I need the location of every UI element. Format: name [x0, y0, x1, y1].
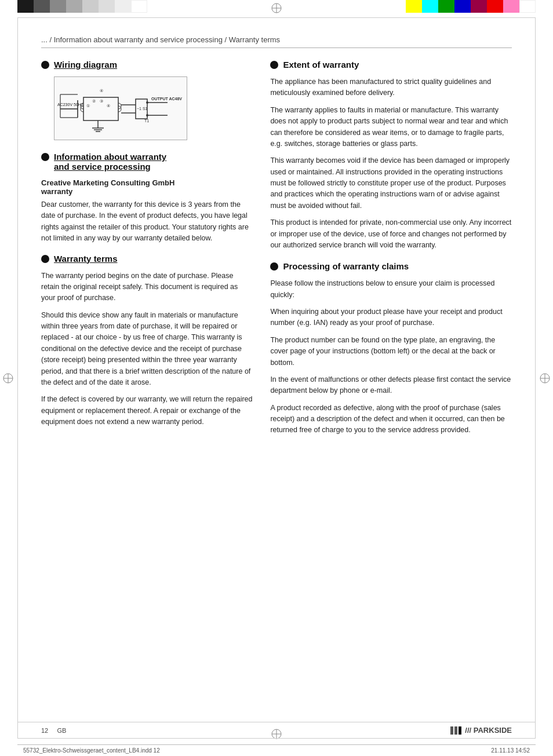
svg-text:④: ④	[100, 89, 103, 93]
processing-para5: A product recorded as defective, along w…	[270, 403, 512, 436]
processing-title: Processing of warranty claims	[283, 261, 409, 271]
warranty-terms-para2: Should this device show any fault in mat…	[41, 310, 253, 389]
processing-section: Processing of warranty claims Please fol…	[270, 261, 512, 436]
bullet-icon-warranty	[41, 255, 49, 263]
crosshair-top	[271, 2, 282, 14]
svg-text:④: ④	[107, 104, 110, 108]
right-column: Extent of warranty The appliance has bee…	[270, 60, 512, 442]
warranty-terms-para3: If the defect is covered by our warranty…	[41, 394, 253, 428]
processing-para3: The product number can be found on the t…	[270, 335, 512, 368]
svg-text:OUTPUT AC48V: OUTPUT AC48V	[151, 97, 182, 101]
left-column: Wiring diagram AC230V 50Hz	[41, 60, 253, 442]
information-title: Information about warrantyand service pr…	[54, 152, 166, 171]
color-bar-right	[406, 0, 536, 13]
subsection-title: Creative Marketing Consulting GmbH warra…	[41, 178, 253, 196]
wiring-diagram: AC230V 50Hz ① ② ③ ④	[54, 76, 187, 140]
language-label: GB	[57, 727, 67, 734]
bullet-icon-extent	[270, 61, 278, 69]
bullet-icon-processing	[270, 262, 278, 271]
information-body: Dear customer, the warranty for this dev…	[41, 199, 253, 244]
page-header: ... / Information about warranty and ser…	[41, 35, 512, 48]
information-section-header: Information about warrantyand service pr…	[41, 152, 253, 171]
page-number-label: 12 GB	[41, 727, 66, 734]
svg-text:②: ②	[92, 99, 96, 103]
warranty-terms-para1: The warranty period begins on the date o…	[41, 271, 253, 304]
svg-text:~1 S1: ~1 S1	[137, 107, 148, 111]
warranty-terms-section: Warranty terms The warranty period begin…	[41, 254, 253, 428]
svg-text:T1: T1	[144, 119, 149, 123]
svg-text:AC230V 50Hz: AC230V 50Hz	[57, 103, 83, 107]
content-area: ... / Information about warranty and ser…	[18, 18, 535, 454]
file-info: 55732_Elektro-Schweissgeraet_content_LB4…	[23, 747, 160, 754]
page-area: ... / Information about warranty and ser…	[17, 17, 536, 739]
crosshair-right	[539, 372, 551, 384]
warranty-terms-header: Warranty terms	[41, 254, 253, 264]
page-number: 12	[41, 727, 48, 734]
svg-point-33	[146, 114, 148, 116]
extent-para2: The warranty applies to faults in materi…	[270, 105, 512, 150]
extent-of-warranty-section: Extent of warranty The appliance has bee…	[270, 60, 512, 251]
extent-of-warranty-title: Extent of warranty	[283, 60, 359, 70]
warranty-terms-title: Warranty terms	[54, 254, 117, 264]
bullet-icon-info	[41, 153, 49, 161]
processing-header: Processing of warranty claims	[270, 261, 512, 271]
svg-point-32	[146, 101, 148, 104]
logo-stripes	[450, 726, 461, 735]
extent-para3: This warranty becomes void if the device…	[270, 155, 512, 211]
date-info: 21.11.13 14:52	[491, 747, 530, 754]
svg-text:①: ①	[86, 104, 90, 108]
extent-of-warranty-header: Extent of warranty	[270, 60, 512, 70]
breadcrumb: ... / Information about warranty and ser…	[41, 35, 280, 44]
wiring-diagram-title: Wiring diagram	[54, 60, 117, 70]
crosshair-left	[2, 372, 14, 384]
color-bar-left	[17, 0, 147, 13]
page-footer: 12 GB /// PARKSIDE	[18, 722, 535, 738]
processing-para1: Please follow the instructions below to …	[270, 278, 512, 301]
wiring-diagram-section-header: Wiring diagram	[41, 60, 253, 70]
bullet-icon	[41, 61, 49, 69]
information-section: Information about warrantyand service pr…	[41, 152, 253, 244]
processing-para2: When inquiring about your product please…	[270, 306, 512, 329]
processing-para4: In the event of malfunctions or other de…	[270, 374, 512, 397]
logo-text: /// PARKSIDE	[465, 726, 512, 735]
bottom-info-bar: 55732_Elektro-Schweissgeraet_content_LB4…	[17, 744, 536, 756]
parkside-logo: /// PARKSIDE	[450, 726, 512, 735]
extent-para4: This product is intended for private, no…	[270, 217, 512, 251]
svg-text:③: ③	[100, 99, 103, 103]
two-column-layout: Wiring diagram AC230V 50Hz	[41, 60, 512, 442]
extent-para1: The appliance has been manufactured to s…	[270, 76, 512, 99]
